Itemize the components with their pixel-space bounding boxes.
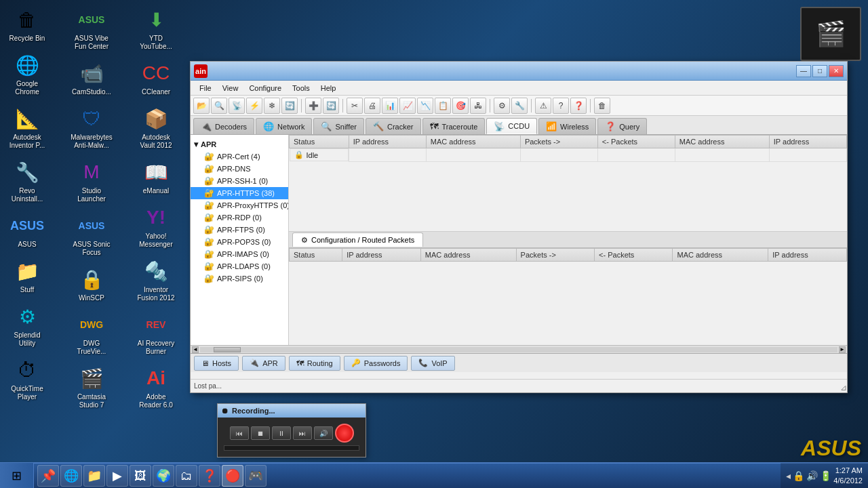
bottom-tab-voip[interactable]: 📞 VoIP: [411, 356, 454, 371]
tree-item-1[interactable]: 🔐 APR-DNS: [191, 163, 288, 175]
tray-icon-arrow[interactable]: ◂: [786, 470, 791, 481]
menu-configure[interactable]: Configure: [243, 83, 287, 94]
rec-btn-next[interactable]: ⏭: [293, 426, 312, 440]
tree-item-8[interactable]: 🔐 APR-IMAPS (0): [191, 248, 288, 260]
toolbar-network[interactable]: 📡: [229, 98, 245, 114]
toolbar-network2[interactable]: 🖧: [470, 98, 486, 114]
toolbar-chart2[interactable]: 📈: [399, 98, 416, 114]
rec-btn-vol[interactable]: 🔊: [314, 426, 333, 440]
taskbar-icon-browser[interactable]: 🌐: [60, 465, 82, 487]
start-button[interactable]: ⊞: [0, 463, 34, 488]
tree-item-4[interactable]: 🔐 APR-ProxyHTTPS (0): [191, 199, 288, 211]
rec-btn-record[interactable]: [335, 424, 354, 443]
desktop-icon-asus-sonic[interactable]: ASUS ASUS Sonic Focus: [68, 209, 115, 260]
taskbar-icon-image[interactable]: 🖼: [130, 465, 151, 487]
taskbar-icon-game[interactable]: 🎮: [245, 465, 267, 487]
menu-help[interactable]: Help: [315, 83, 342, 94]
tree-item-10[interactable]: 🔐 APR-SIPS (0): [191, 272, 288, 285]
tree-item-7[interactable]: 🔐 APR-POP3S (0): [191, 236, 288, 248]
toolbar-reset[interactable]: 🔄: [281, 98, 298, 114]
tab-decoders[interactable]: 🔌 Decoders: [193, 118, 254, 134]
toolbar-open[interactable]: 📂: [193, 98, 210, 114]
rec-btn-prev[interactable]: ⏮: [230, 426, 249, 440]
scroll-right-arrow[interactable]: ►: [839, 346, 846, 353]
desktop-icon-recycle-bin[interactable]: 🗑 Recycle Bin: [3, 3, 51, 45]
toolbar-cut[interactable]: ✂: [347, 98, 363, 114]
tree-item-9[interactable]: 🔐 APR-LDAPS (0): [191, 260, 288, 272]
horizontal-scrollbar[interactable]: ◄ ►: [191, 345, 847, 353]
desktop-icon-camstudio[interactable]: 📹 CamStudio...: [68, 57, 115, 99]
desktop-icon-adobe[interactable]: Ai Adobe Reader 6.0: [132, 362, 180, 412]
desktop-icon-studio[interactable]: M Studio Launcher: [68, 156, 115, 206]
tab-network[interactable]: 🌐 Network: [256, 118, 312, 134]
system-clock[interactable]: 1:27 AM 4/6/2012: [833, 466, 863, 487]
desktop-icon-stuff[interactable]: 📁 Stuff: [3, 255, 51, 297]
desktop-icon-emanual[interactable]: 📖 eManual: [132, 156, 180, 198]
desktop-icon-quicktime[interactable]: ⏱ QuickTime Player: [3, 354, 51, 404]
tray-icon-battery[interactable]: 🔋: [820, 470, 831, 481]
taskbar-icon-folder[interactable]: 📁: [83, 465, 105, 487]
tree-root-apr[interactable]: ▾ APR: [191, 138, 288, 150]
tree-item-3[interactable]: 🔐 APR-HTTPS (38): [191, 187, 288, 199]
taskbar-icon-pin[interactable]: 📌: [37, 465, 59, 487]
tab-query[interactable]: ❓ Query: [597, 118, 647, 134]
desktop-icon-ccleaner[interactable]: CC CCleaner: [132, 57, 180, 99]
bottom-table-container[interactable]: Status IP address MAC address Packets ->…: [289, 248, 847, 345]
toolbar-warn[interactable]: ⚠: [535, 98, 551, 114]
tree-item-5[interactable]: 🔐 APR-RDP (0): [191, 211, 288, 224]
toolbar-add[interactable]: ➕: [305, 98, 321, 114]
menu-tools[interactable]: Tools: [287, 83, 315, 94]
desktop-icon-malwarebytes[interactable]: 🛡 Malwarebytes Anti-Malw...: [68, 102, 115, 152]
tab-ccdu[interactable]: 📡 CCDU: [486, 118, 537, 134]
menu-file[interactable]: File: [194, 83, 217, 94]
desktop-icon-inventor-fusion[interactable]: 🔩 Inventor Fusion 2012: [132, 255, 180, 305]
rec-btn-stop[interactable]: ⏹: [251, 426, 270, 440]
desktop-icon-ytd[interactable]: ⬇ YTD YouTube...: [132, 3, 180, 54]
bottom-tab-apr[interactable]: 🔌 APR: [242, 356, 285, 371]
desktop-icon-autodesk-inventor[interactable]: 📐 Autodesk Inventor P...: [3, 102, 51, 152]
taskbar-icon-files[interactable]: 🗂: [176, 465, 197, 487]
tab-cracker[interactable]: 🔨 Cracker: [366, 118, 421, 134]
desktop-icon-dwg[interactable]: DWG DWG TrueVie...: [68, 308, 115, 359]
desktop-icon-autodesk-vault[interactable]: 📦 Autodesk Vault 2012: [132, 102, 180, 152]
toolbar-help[interactable]: ?: [553, 98, 569, 114]
toolbar-config[interactable]: ⚙: [494, 98, 510, 114]
bottom-tab-routing[interactable]: 🗺 Routing: [289, 356, 340, 371]
bottom-tab-hosts[interactable]: 🖥 Hosts: [194, 356, 239, 371]
tree-item-2[interactable]: 🔐 APR-SSH-1 (0): [191, 175, 288, 187]
minimize-button[interactable]: —: [796, 65, 811, 77]
rec-btn-play[interactable]: ⏸: [272, 426, 291, 440]
config-tab-button[interactable]: ⚙ Configuration / Routed Packets: [292, 232, 423, 247]
toolbar-chill2[interactable]: ❄: [264, 98, 280, 114]
maximize-button[interactable]: □: [812, 65, 827, 77]
toolbar-refresh[interactable]: 🔄: [323, 98, 339, 114]
taskbar-icon-media[interactable]: ▶: [106, 465, 128, 487]
tab-traceroute[interactable]: 🗺 Traceroute: [422, 118, 486, 134]
desktop-icon-yahoo[interactable]: Y! Yahoo! Messenger: [132, 201, 180, 251]
desktop-icon-winscp[interactable]: 🔒 WinSCP: [68, 263, 115, 305]
desktop-icon-asus-vibe[interactable]: ASUS ASUS Vibe Fun Center: [68, 3, 115, 54]
tree-item-0[interactable]: 🔐 APR-Cert (4): [191, 150, 288, 163]
toolbar-question[interactable]: ❓: [570, 98, 587, 114]
toolbar-print[interactable]: 🖨: [364, 98, 380, 114]
resize-handle[interactable]: ⊿: [840, 383, 847, 392]
scroll-track[interactable]: [200, 347, 837, 352]
menu-view[interactable]: View: [217, 83, 244, 94]
toolbar-tools[interactable]: 🔧: [511, 98, 528, 114]
toolbar-chill1[interactable]: ⚡: [246, 98, 262, 114]
close-button[interactable]: ✕: [829, 65, 844, 77]
scroll-left-arrow[interactable]: ◄: [192, 346, 199, 353]
desktop-icon-camtasia[interactable]: 🎬 Camtasia Studio 7: [68, 362, 115, 412]
toolbar-target[interactable]: 🎯: [452, 98, 469, 114]
desktop-icon-splendid[interactable]: ⚙ Splendid Utility: [3, 300, 51, 350]
top-table-container[interactable]: Status IP address MAC address Packets ->…: [289, 135, 847, 231]
toolbar-clipboard[interactable]: 📋: [435, 98, 451, 114]
toolbar-chart1[interactable]: 📊: [382, 98, 398, 114]
tree-item-6[interactable]: 🔐 APR-FTPS (0): [191, 224, 288, 236]
tray-icon-volume[interactable]: 🔊: [806, 470, 818, 481]
toolbar-chart3[interactable]: 📉: [417, 98, 433, 114]
desktop-icon-chrome[interactable]: 🌐 Google Chrome: [3, 49, 51, 99]
toolbar-delete[interactable]: 🗑: [594, 98, 610, 114]
tray-icon-network[interactable]: 🔒: [793, 470, 804, 481]
taskbar-icon-globe[interactable]: 🌍: [153, 465, 174, 487]
